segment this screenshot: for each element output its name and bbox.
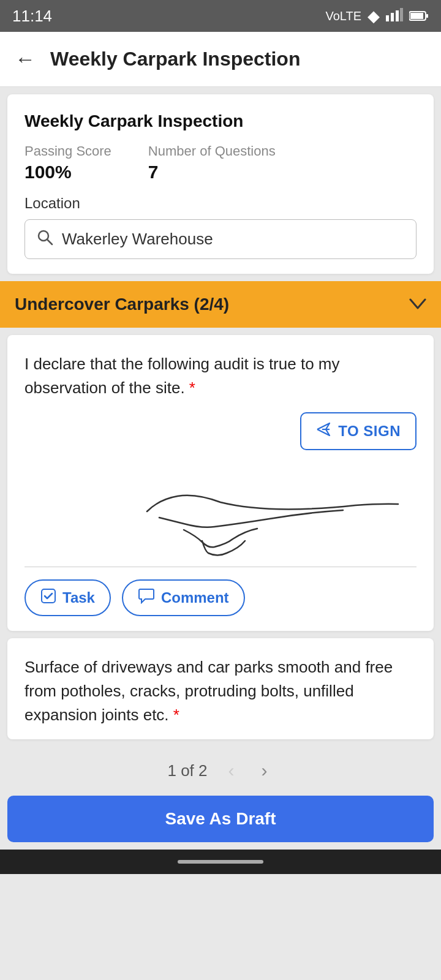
save-draft-button[interactable]: Save As Draft <box>7 796 434 842</box>
num-questions-stat: Number of Questions 7 <box>148 143 276 183</box>
page-total: 2 <box>198 761 207 780</box>
action-buttons: Task Comment <box>24 579 417 616</box>
volte-icon: VoLTE <box>325 9 361 23</box>
location-input[interactable] <box>62 230 405 249</box>
svg-rect-1 <box>391 13 394 21</box>
location-label: Location <box>24 195 417 212</box>
passing-score-label: Passing Score <box>24 143 111 159</box>
svg-rect-3 <box>400 8 403 21</box>
surface-question-card: Surface of driveways and car parks smoot… <box>7 638 434 739</box>
section-header[interactable]: Undercover Carparks (2/4) <box>0 281 441 328</box>
status-bar: 11:14 VoLTE ◆ <box>0 0 441 32</box>
status-icons: VoLTE ◆ <box>325 7 429 26</box>
bottom-bar <box>0 850 441 874</box>
num-questions-label: Number of Questions <box>148 143 276 159</box>
num-questions-value: 7 <box>148 162 276 183</box>
comment-icon <box>138 588 155 608</box>
inspection-info-card: Weekly Carpark Inspection Passing Score … <box>7 94 434 274</box>
nav-bar: ← Weekly Carpark Inspection <box>0 32 441 87</box>
svg-rect-5 <box>410 13 423 19</box>
task-icon <box>40 588 56 608</box>
page-separator: of <box>181 761 194 780</box>
required-indicator: * <box>189 379 195 397</box>
pagination-bar: 1 of 2 ‹ › <box>0 747 441 790</box>
to-sign-button[interactable]: TO SIGN <box>300 412 417 450</box>
send-icon <box>316 422 332 440</box>
surface-question-text: Surface of driveways and car parks smoot… <box>24 655 417 727</box>
svg-rect-10 <box>42 589 55 603</box>
section-header-text: Undercover Carparks (2/4) <box>15 295 229 314</box>
battery-icon <box>409 7 429 26</box>
passing-score-value: 100% <box>24 162 111 183</box>
svg-line-8 <box>48 240 53 245</box>
time-display: 11:14 <box>12 7 52 26</box>
svg-rect-6 <box>426 14 428 18</box>
prev-page-button[interactable]: ‹ <box>222 758 241 783</box>
passing-score-stat: Passing Score 100% <box>24 143 111 183</box>
chevron-down-icon <box>409 296 426 313</box>
page-info: 1 of 2 <box>167 761 207 780</box>
back-button[interactable]: ← <box>15 47 36 71</box>
task-button[interactable]: Task <box>24 579 111 616</box>
home-indicator <box>178 860 263 864</box>
task-label: Task <box>62 589 95 606</box>
comment-label: Comment <box>161 589 229 606</box>
stats-row: Passing Score 100% Number of Questions 7 <box>24 143 417 183</box>
declaration-card: I declare that the following audit is tr… <box>7 335 434 631</box>
signature-line <box>24 567 417 567</box>
svg-point-7 <box>39 231 48 241</box>
page-current: 1 <box>167 761 176 780</box>
wifi-icon: ◆ <box>368 7 380 26</box>
svg-rect-2 <box>396 10 399 21</box>
signature-area[interactable] <box>24 462 417 560</box>
next-page-button[interactable]: › <box>255 758 274 783</box>
to-sign-label: TO SIGN <box>338 423 401 440</box>
signature-drawing <box>24 462 417 560</box>
svg-rect-0 <box>386 15 389 21</box>
surface-required-indicator: * <box>173 706 179 724</box>
search-icon <box>36 228 53 250</box>
comment-button[interactable]: Comment <box>122 579 245 616</box>
signal-icon <box>386 7 403 26</box>
location-search[interactable] <box>24 219 417 259</box>
nav-title: Weekly Carpark Inspection <box>50 48 300 70</box>
card-title: Weekly Carpark Inspection <box>24 111 417 131</box>
declaration-text: I declare that the following audit is tr… <box>24 352 417 400</box>
